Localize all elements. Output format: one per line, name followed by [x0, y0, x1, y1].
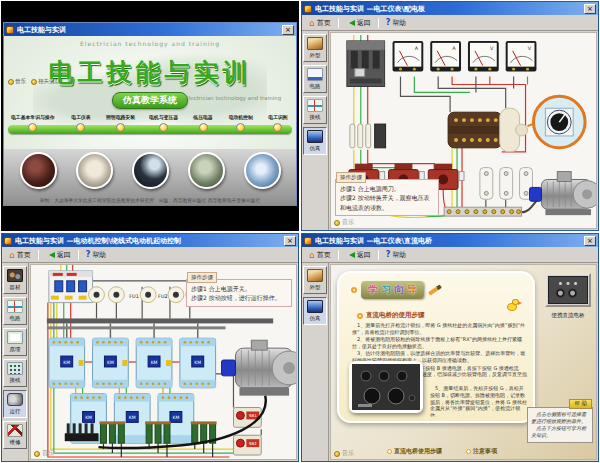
- sidebar: 器材 电路 原理 接线 运行 维修: [2, 263, 29, 461]
- music-toggle[interactable]: 音乐: [334, 218, 354, 227]
- circuit-canvas[interactable]: FU1 FU2 KM KM KM KM: [30, 264, 297, 460]
- motor[interactable]: [530, 172, 596, 216]
- back-button[interactable]: 返回: [42, 249, 75, 261]
- fuses[interactable]: FU1 FU2: [89, 287, 202, 303]
- menu-item-machines[interactable]: 电机与变压器: [147, 114, 180, 132]
- menu-item-lighting[interactable]: 照明电路安装: [104, 114, 137, 132]
- bridge-thumbnail-button[interactable]: [545, 273, 591, 307]
- circuit-breaker[interactable]: [49, 271, 93, 303]
- sidebar-button-appearance[interactable]: 外型: [303, 34, 327, 62]
- ring-icon: [466, 449, 471, 454]
- close-icon[interactable]: ×: [584, 4, 596, 14]
- app-icon: [4, 237, 12, 245]
- splash-body: Electrician technology and training 音乐 相…: [4, 36, 296, 205]
- menu-dot[interactable]: [159, 123, 168, 132]
- svg-text:KM: KM: [107, 360, 114, 365]
- sidebar-button-terminals[interactable]: 接线: [3, 359, 27, 387]
- splash-window: 电工技能与实训 × Electrician technology and tra…: [3, 22, 297, 206]
- menu-dot[interactable]: [116, 123, 125, 132]
- close-icon[interactable]: ×: [584, 236, 596, 246]
- menu-dot[interactable]: [273, 123, 282, 132]
- fuse-carriers[interactable]: [480, 168, 533, 200]
- home-label: 首页: [317, 250, 331, 260]
- menu-item-motorcontrol[interactable]: 电动机控制: [227, 114, 255, 132]
- music-toggle[interactable]: 音乐: [334, 449, 354, 458]
- toolbar-separator: [378, 250, 379, 260]
- link-usage-steps[interactable]: 直流电桥使用步骤: [387, 447, 442, 456]
- help-button[interactable]: ?帮助: [382, 17, 411, 29]
- circuit-canvas[interactable]: A A V: [330, 32, 597, 229]
- app-icon: [304, 237, 312, 245]
- back-icon: [346, 20, 355, 26]
- english-caption: Electrician technology and training: [4, 40, 296, 47]
- titlebar[interactable]: 电工技能与实训 —电工仪表\配电板 ×: [302, 2, 598, 15]
- home-button[interactable]: ⌂首页: [305, 249, 335, 261]
- svg-text:FU2: FU2: [158, 293, 168, 299]
- main-knife-switch[interactable]: [347, 41, 385, 87]
- sidebar-button-appearance[interactable]: 外型: [303, 266, 327, 294]
- svg-text:FU1: FU1: [129, 293, 139, 299]
- sidebar-button-repair[interactable]: 维修: [3, 421, 27, 449]
- close-icon[interactable]: ×: [282, 25, 294, 35]
- fuse-tubes[interactable]: [350, 124, 386, 148]
- back-icon: [346, 252, 355, 258]
- home-button[interactable]: ⌂首页: [5, 249, 35, 261]
- svg-text:KM: KM: [173, 415, 180, 420]
- thumbnail-label: 便携直流电桥: [542, 312, 594, 319]
- app-icon: [304, 5, 312, 13]
- step-paragraph: 5、测量结束后，先松开按钮 G，再松开按钮 B，切断电源。拆除被测电阻，记录数据…: [430, 385, 528, 417]
- link-notes[interactable]: 注意事项: [466, 447, 497, 456]
- back-label: 返回: [57, 250, 71, 260]
- sidebar-button-principle[interactable]: 原理: [3, 328, 27, 356]
- content-title: 直流电桥的使用步骤: [366, 311, 425, 320]
- menu-item-instruments[interactable]: 电工仪表: [67, 114, 95, 132]
- computer-icon: [307, 130, 323, 143]
- help-button[interactable]: ?帮助: [382, 249, 411, 261]
- music-toggle[interactable]: 音乐: [34, 449, 54, 458]
- titlebar[interactable]: 电工技能与实训 ×: [4, 23, 296, 36]
- titlebar[interactable]: 电工技能与实训 —电工仪表\直流电桥 ×: [302, 234, 598, 247]
- titlebar[interactable]: 电工技能与实训 —电动机控制\绕线式电动机起动控制 ×: [2, 234, 298, 247]
- button-station-2[interactable]: SB2: [233, 435, 261, 455]
- menu-dot[interactable]: [236, 123, 245, 132]
- toolbar-separator: [38, 250, 39, 260]
- sidebar-button-run[interactable]: 运行: [3, 390, 27, 418]
- close-icon[interactable]: ×: [284, 236, 296, 246]
- sidebar-button-simulation[interactable]: 仿真: [303, 127, 327, 155]
- step-2: 步骤2 按动转换开关，观察电压表和电流表的读数。: [340, 193, 434, 212]
- panel-meter-2[interactable]: A: [430, 41, 461, 72]
- help-button[interactable]: ?帮助: [82, 249, 111, 261]
- menu-item-lowvoltage[interactable]: 低压电器: [189, 114, 217, 132]
- window-title: 电工技能与实训 —电动机控制\绕线式电动机起动控制: [15, 236, 281, 246]
- sidebar: 外型 仿真: [302, 263, 329, 461]
- contactors-top[interactable]: KM KM KM KM: [49, 338, 216, 387]
- sidebar-button-equipment[interactable]: 器材: [3, 266, 27, 294]
- sidebar-button-circuit[interactable]: 电路: [303, 65, 327, 93]
- back-button[interactable]: 返回: [342, 17, 375, 29]
- duck-icon: [505, 299, 519, 312]
- toolbar: ⌂首页 返回 ?帮助: [2, 247, 298, 263]
- home-button[interactable]: ⌂首页: [305, 17, 335, 29]
- button-station-1[interactable]: SB1: [233, 408, 261, 428]
- menu-dot[interactable]: [76, 123, 85, 132]
- menu-item-diagrams[interactable]: 电工识图: [264, 114, 292, 132]
- panel-meter-1[interactable]: A: [393, 41, 424, 72]
- menu-item-basics[interactable]: 电工基本常识与操作: [8, 114, 58, 132]
- menu-dot[interactable]: [28, 123, 37, 132]
- back-button[interactable]: 返回: [342, 249, 375, 261]
- panel-meter-4[interactable]: V: [506, 41, 537, 72]
- switch-zoom-callout: [528, 96, 586, 147]
- changeover-switch[interactable]: [448, 108, 527, 152]
- sidebar-button-wiring[interactable]: 接线: [303, 96, 327, 124]
- home-icon: ⌂: [309, 251, 315, 259]
- panel-meter-3[interactable]: V: [468, 41, 499, 72]
- menu-dot[interactable]: [199, 123, 208, 132]
- sidebar-button-circuit[interactable]: 电路: [3, 297, 27, 325]
- svg-text:KM: KM: [194, 360, 201, 365]
- back-label: 返回: [357, 250, 371, 260]
- sidebar-button-simulation[interactable]: 仿真: [303, 297, 327, 325]
- step-2: 步骤2 按动按钮，进行运行操作。: [191, 293, 287, 302]
- terminal-strip[interactable]: [444, 207, 521, 216]
- main-menu: 电工基本常识与操作 电工仪表 照明电路安装 电机与变压器 低压电器 电动机控制 …: [8, 114, 292, 140]
- help-icon: ?: [86, 250, 91, 259]
